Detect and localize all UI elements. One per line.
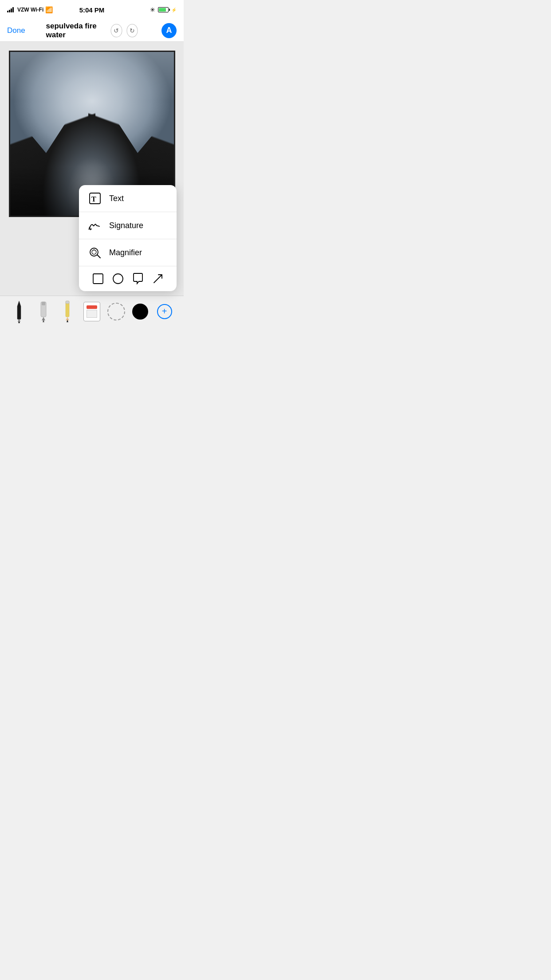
magnifier-icon	[88, 245, 102, 260]
wifi-icon: 📶	[45, 6, 53, 13]
menu-signature-label: Signature	[109, 221, 143, 230]
marker-tool[interactable]	[34, 300, 53, 324]
undo-icon: ↺	[114, 27, 119, 34]
fill-circle-icon	[132, 304, 148, 320]
document-title: sepulveda fire water	[46, 22, 106, 40]
status-left: VZW Wi-Fi 📶	[7, 6, 53, 13]
avatar-letter: A	[166, 26, 172, 35]
speech-bubble-icon[interactable]	[130, 271, 146, 287]
charging-icon: ⚡	[171, 8, 177, 12]
text-icon: T	[88, 191, 102, 205]
toolbar: +	[0, 296, 184, 327]
lasso-tool[interactable]	[106, 300, 126, 324]
pencil-icon	[63, 300, 71, 323]
menu-item-text[interactable]: T Text	[79, 185, 177, 212]
redo-button[interactable]: ↻	[126, 24, 138, 37]
battery-indicator	[158, 7, 169, 12]
eraser-icon	[83, 302, 100, 321]
arrow-icon[interactable]	[150, 271, 166, 287]
svg-rect-4	[93, 274, 103, 284]
status-time: 5:04 PM	[79, 6, 105, 14]
redo-icon: ↻	[130, 27, 135, 34]
plus-icon: +	[157, 304, 172, 319]
pen-icon	[15, 300, 24, 323]
svg-point-3	[92, 250, 96, 254]
content-area: T Text Signature	[0, 42, 184, 296]
carrier-label: VZW Wi-Fi	[17, 7, 43, 13]
dropdown-menu: T Text Signature	[79, 185, 177, 291]
nav-title-area: sepulveda fire water ↺ ↻	[46, 22, 138, 40]
signature-icon	[88, 218, 102, 233]
svg-line-6	[154, 275, 162, 283]
status-bar: VZW Wi-Fi 📶 5:04 PM ✳ ⚡	[0, 0, 184, 20]
shapes-row	[79, 266, 177, 291]
menu-item-magnifier[interactable]: Magnifier	[79, 239, 177, 266]
svg-point-5	[113, 274, 123, 284]
pen-tool[interactable]	[9, 300, 29, 324]
lasso-icon	[107, 303, 125, 320]
bluetooth-icon: ✳	[150, 6, 155, 13]
avatar[interactable]: A	[161, 23, 177, 38]
svg-rect-14	[66, 301, 69, 304]
square-shape-icon[interactable]	[90, 271, 106, 287]
undo-button[interactable]: ↺	[111, 24, 122, 37]
add-tool-button[interactable]: +	[155, 300, 174, 324]
status-right: ✳ ⚡	[150, 6, 177, 13]
menu-magnifier-label: Magnifier	[109, 248, 142, 257]
done-button[interactable]: Done	[7, 26, 25, 35]
svg-text:T: T	[91, 195, 96, 203]
fill-tool[interactable]	[130, 300, 150, 324]
svg-rect-10	[42, 302, 45, 305]
pencil-tool[interactable]	[58, 300, 77, 324]
eraser-tool[interactable]	[82, 300, 102, 324]
menu-text-label: Text	[109, 194, 124, 203]
navigation-bar: Done sepulveda fire water ↺ ↻ A	[0, 20, 184, 42]
marker-icon	[39, 300, 48, 323]
circle-shape-icon[interactable]	[110, 271, 126, 287]
menu-item-signature[interactable]: Signature	[79, 212, 177, 239]
signal-bars-icon	[7, 7, 14, 12]
